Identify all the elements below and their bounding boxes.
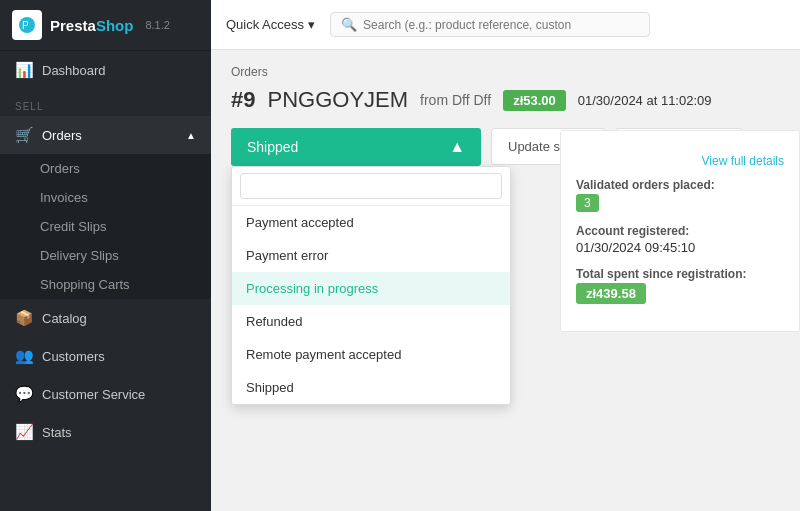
validated-orders-value: 3 xyxy=(576,194,599,212)
order-number: #9 xyxy=(231,87,255,113)
sidebar-customers-label: Customers xyxy=(42,349,105,364)
account-registered-row: Account registered: 01/30/2024 09:45:10 xyxy=(576,224,784,255)
dropdown-item-payment-error[interactable]: Payment error xyxy=(232,239,510,272)
submenu-invoices[interactable]: Invoices xyxy=(0,183,211,212)
validated-orders-label: Validated orders placed: xyxy=(576,178,784,192)
logo-icon: P xyxy=(12,10,42,40)
view-full-details-link[interactable]: View full details xyxy=(576,154,784,168)
order-amount: zł53.00 xyxy=(503,90,566,111)
submenu-delivery-slips[interactable]: Delivery Slips xyxy=(0,241,211,270)
search-box[interactable]: 🔍 xyxy=(330,12,650,37)
submenu-credit-slips[interactable]: Credit Slips xyxy=(0,212,211,241)
dropdown-list: Payment accepted Payment error Processin… xyxy=(232,206,510,404)
total-spent-label: Total spent since registration: xyxy=(576,267,784,281)
stats-icon: 📈 xyxy=(15,423,34,441)
topbar: Quick Access ▾ 🔍 xyxy=(211,0,800,50)
sidebar-item-catalog[interactable]: 📦 Catalog xyxy=(0,299,211,337)
sidebar: P PrestaShop 8.1.2 📊 Dashboard SELL 🛒 Or… xyxy=(0,0,211,511)
quick-access-chevron: ▾ xyxy=(308,17,315,32)
sidebar-item-label: Dashboard xyxy=(42,63,106,78)
logo-area: P PrestaShop 8.1.2 xyxy=(0,0,211,51)
sidebar-customer-service-label: Customer Service xyxy=(42,387,145,402)
total-spent-row: Total spent since registration: zł439.58 xyxy=(576,267,784,304)
submenu-shopping-carts[interactable]: Shopping Carts xyxy=(0,270,211,299)
logo-text: PrestaShop xyxy=(50,17,133,34)
dropdown-item-processing[interactable]: Processing in progress xyxy=(232,272,510,305)
svg-text:P: P xyxy=(22,20,29,31)
dropdown-search-area xyxy=(232,167,510,206)
customers-icon: 👥 xyxy=(15,347,34,365)
catalog-icon: 📦 xyxy=(15,309,34,327)
breadcrumb: Orders xyxy=(231,65,780,79)
order-date: 01/30/2024 at 11:02:09 xyxy=(578,93,712,108)
page-content: Orders #9 PNGGOYJEM from Dff Dff zł53.00… xyxy=(211,50,800,511)
submenu-orders[interactable]: Orders xyxy=(0,154,211,183)
orders-icon: 🛒 xyxy=(15,126,34,144)
status-dropdown-menu: Payment accepted Payment error Processin… xyxy=(231,166,511,405)
sidebar-item-customer-service[interactable]: 💬 Customer Service xyxy=(0,375,211,413)
dropdown-item-remote-payment[interactable]: Remote payment accepted xyxy=(232,338,510,371)
quick-access-button[interactable]: Quick Access ▾ xyxy=(226,17,315,32)
sidebar-orders-label: Orders xyxy=(42,128,82,143)
search-input[interactable] xyxy=(363,18,639,32)
sidebar-item-orders[interactable]: 🛒 Orders ▲ xyxy=(0,116,211,154)
dropdown-search-input[interactable] xyxy=(240,173,502,199)
dropdown-item-payment-accepted[interactable]: Payment accepted xyxy=(232,206,510,239)
sidebar-catalog-label: Catalog xyxy=(42,311,87,326)
validated-orders-row: Validated orders placed: 3 xyxy=(576,178,784,212)
account-registered-value: 01/30/2024 09:45:10 xyxy=(576,240,784,255)
status-dropdown-wrapper: Shipped ▲ Payment accepted Payment error… xyxy=(231,128,481,166)
sidebar-item-stats[interactable]: 📈 Stats xyxy=(0,413,211,451)
dropdown-item-refunded[interactable]: Refunded xyxy=(232,305,510,338)
sell-label: SELL xyxy=(0,89,211,116)
status-dropdown-button[interactable]: Shipped ▲ xyxy=(231,128,481,166)
quick-access-label: Quick Access xyxy=(226,17,304,32)
order-from: from Dff Dff xyxy=(420,92,491,108)
status-chevron-icon: ▲ xyxy=(449,138,465,156)
customer-panel: View full details Validated orders place… xyxy=(560,130,800,332)
orders-submenu: Orders Invoices Credit Slips Delivery Sl… xyxy=(0,154,211,299)
logo-version: 8.1.2 xyxy=(145,19,169,31)
current-status-label: Shipped xyxy=(247,139,298,155)
total-spent-value: zł439.58 xyxy=(576,283,646,304)
sidebar-item-customers[interactable]: 👥 Customers xyxy=(0,337,211,375)
sidebar-menu: 📊 Dashboard SELL 🛒 Orders ▲ Orders Invoi… xyxy=(0,51,211,511)
dashboard-icon: 📊 xyxy=(15,61,34,79)
order-name: PNGGOYJEM xyxy=(267,87,408,113)
main-area: Quick Access ▾ 🔍 Orders #9 PNGGOYJEM fro… xyxy=(211,0,800,511)
account-registered-label: Account registered: xyxy=(576,224,784,238)
search-icon: 🔍 xyxy=(341,17,357,32)
customer-service-icon: 💬 xyxy=(15,385,34,403)
sidebar-item-dashboard[interactable]: 📊 Dashboard xyxy=(0,51,211,89)
dropdown-item-shipped[interactable]: Shipped xyxy=(232,371,510,404)
order-header: #9 PNGGOYJEM from Dff Dff zł53.00 01/30/… xyxy=(231,87,780,113)
orders-arrow: ▲ xyxy=(186,130,196,141)
sidebar-stats-label: Stats xyxy=(42,425,72,440)
